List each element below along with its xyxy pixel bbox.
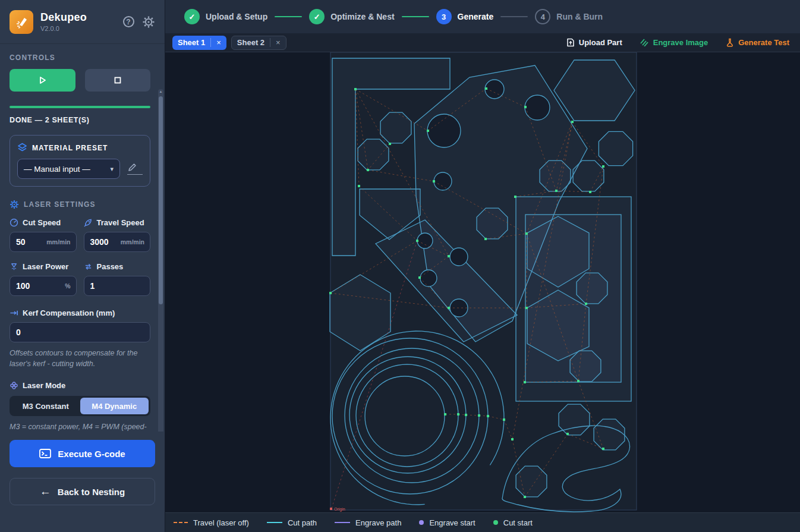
execute-gcode-button[interactable]: Execute G-code — [10, 440, 155, 467]
cut-path-swatch — [267, 522, 282, 523]
generate-test-button[interactable]: Generate Test — [726, 38, 789, 47]
play-icon — [37, 75, 48, 86]
legend-engrave-path: Engrave path — [335, 518, 401, 527]
step-generate[interactable]: 3 Generate — [436, 9, 494, 24]
step-run-burn[interactable]: 4 Run & Burn — [535, 9, 603, 24]
legend-bar: Travel (laser off) Cut path Engrave path… — [165, 512, 800, 532]
fan-icon — [10, 381, 18, 390]
tab-sheet-2[interactable]: Sheet 2 × — [231, 36, 286, 50]
gauge-icon — [10, 218, 18, 227]
travel-speed-label-row: Travel Speed — [84, 216, 151, 228]
settings-button[interactable] — [142, 15, 155, 29]
step-connector — [500, 16, 528, 17]
repeat-icon — [84, 262, 93, 271]
app-title: Dekupeo — [40, 11, 115, 24]
sheet-canvas[interactable]: Origin — [165, 52, 800, 512]
material-preset-value: — Manual input — — [24, 165, 90, 174]
cut-speed-unit: mm/min — [46, 238, 70, 245]
laser-power-label-row: Laser Power — [10, 260, 77, 272]
gear-icon — [142, 15, 155, 29]
laser-power-input[interactable]: 100 % — [10, 276, 77, 296]
run-button[interactable] — [10, 69, 75, 92]
chevron-down-icon: ▾ — [110, 165, 114, 173]
step-optimize-nest[interactable]: ✓ Optimize & Nest — [309, 9, 394, 24]
close-icon[interactable]: × — [270, 38, 281, 47]
help-button[interactable]: ? — [122, 15, 135, 29]
gear-icon — [10, 200, 19, 209]
main-area: ✓ Upload & Setup ✓ Optimize & Nest 3 Gen… — [165, 0, 800, 532]
stop-icon — [114, 76, 122, 84]
cut-start-swatch — [493, 520, 498, 525]
laser-pen-icon — [14, 15, 29, 29]
passes-label-row: Passes — [84, 260, 151, 272]
progress-bar — [10, 106, 150, 108]
back-arrow-icon: ← — [40, 485, 51, 498]
material-preset-title: MATERIAL PRESET — [32, 144, 108, 152]
passes-input[interactable]: 1 — [84, 276, 151, 296]
sidebar: Dekupeo V2.0.0 ? C — [0, 0, 165, 532]
legend-cut-path: Cut path — [267, 518, 317, 527]
rocket-icon — [84, 218, 93, 227]
status-done-label: DONE — 2 SHEET(S) — [10, 116, 150, 124]
edit-preset-button[interactable] — [127, 163, 143, 175]
tab-sheet-1[interactable]: Sheet 1 × — [172, 36, 226, 50]
hatch-lines-icon — [640, 39, 649, 46]
laser-diode-icon — [10, 262, 18, 271]
step-check-icon: ✓ — [184, 9, 200, 24]
flask-icon — [726, 38, 734, 47]
controls-section-label: CONTROLS — [10, 53, 150, 62]
engrave-path-swatch — [335, 522, 350, 523]
material-preset-select[interactable]: — Manual input — ▾ — [17, 159, 120, 179]
kerf-label-row: Kerf Compensation (mm) — [10, 307, 150, 319]
laser-mode-help-text: M3 = constant power, M4 = PWM (speed-ada… — [10, 421, 150, 432]
back-to-nesting-button[interactable]: ← Back to Nesting — [10, 478, 155, 505]
kerf-input[interactable]: 0 — [10, 322, 150, 342]
sidebar-footer: Execute G-code ← Back to Nesting — [0, 432, 165, 505]
stop-button[interactable] — [85, 69, 151, 92]
laser-mode-segmented: M3 Constant M4 Dynamic — [10, 396, 150, 416]
upload-part-button[interactable]: Upload Part — [566, 38, 622, 47]
scrollbar-thumb[interactable] — [159, 96, 163, 304]
layers-icon — [17, 143, 27, 153]
laser-mode-label-row: Laser Mode — [10, 379, 150, 391]
app-logo — [10, 10, 33, 34]
step-number: 3 — [436, 9, 452, 24]
help-icon: ? — [123, 16, 134, 27]
scroll-up-icon[interactable]: ▲ — [158, 90, 163, 93]
m3-constant-option[interactable]: M3 Constant — [11, 398, 80, 414]
kerf-help-text: Offsets contours to compensate for the l… — [10, 348, 150, 369]
step-check-icon: ✓ — [309, 9, 325, 24]
step-connector — [402, 16, 429, 17]
legend-cut-start: Cut start — [493, 518, 533, 527]
travel-speed-unit: mm/min — [121, 238, 144, 245]
laser-power-unit: % — [65, 282, 70, 289]
step-upload-setup[interactable]: ✓ Upload & Setup — [184, 9, 267, 24]
app-version: V2.0.0 — [40, 25, 115, 32]
step-connector — [275, 16, 302, 17]
brand-block: Dekupeo V2.0.0 — [40, 11, 115, 32]
legend-engrave-start: Engrave start — [419, 518, 475, 527]
cut-speed-input[interactable]: 50 mm/min — [10, 232, 77, 252]
engrave-image-button[interactable]: Engrave Image — [640, 38, 708, 47]
origin-label: Origin — [334, 507, 345, 512]
cut-speed-label-row: Cut Speed — [10, 216, 77, 228]
engrave-start-swatch — [419, 520, 424, 525]
step-number: 4 — [535, 9, 550, 24]
legend-travel: Travel (laser off) — [174, 518, 249, 527]
terminal-icon — [39, 449, 51, 458]
material-preset-card: MATERIAL PRESET — Manual input — ▾ — [10, 135, 150, 187]
close-icon[interactable]: × — [210, 38, 221, 47]
travel-swatch — [174, 522, 188, 523]
app-window: Dekupeo V2.0.0 ? C — [0, 0, 800, 532]
upload-file-icon — [566, 38, 575, 47]
m4-dynamic-option[interactable]: M4 Dynamic — [80, 398, 149, 414]
sidebar-scrollbar[interactable]: ▲ ▼ — [158, 89, 163, 432]
sidebar-scroll-area: CONTROLS DONE — 2 SHEET(S) — [0, 44, 165, 432]
nesting-preview-svg: Origin — [165, 52, 800, 512]
execute-gcode-label: Execute G-code — [58, 449, 125, 459]
stepper-bar: ✓ Upload & Setup ✓ Optimize & Nest 3 Gen… — [165, 0, 800, 33]
kerf-arrow-icon — [10, 309, 18, 317]
laser-settings-title: LASER SETTINGS — [24, 200, 96, 209]
sheet-tabbar: Sheet 1 × Sheet 2 × Upload Part — [165, 33, 800, 52]
travel-speed-input[interactable]: 3000 mm/min — [84, 232, 151, 252]
